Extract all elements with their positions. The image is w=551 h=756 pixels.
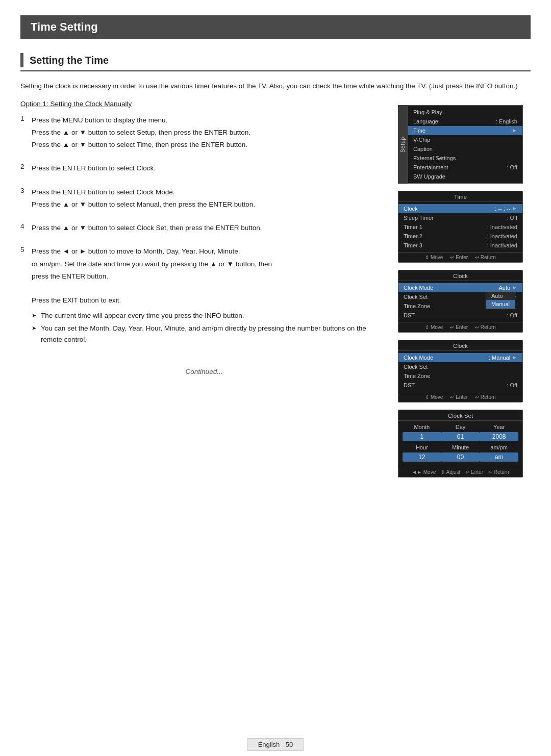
section-heading: Setting the Time [20,53,531,71]
setup-row-language: Language : English [408,117,522,126]
ampm-value: am [480,452,518,462]
minute-value: 00 [441,452,480,462]
bullet-list: The current time will appear every time … [32,310,388,345]
clock-set-top-values: 1 01 2008 [403,432,518,441]
bullet-2: You can set the Month, Day, Year, Hour, … [32,323,388,345]
clock-menu-1-title: Clock [398,270,522,281]
month-label: Month [403,424,441,430]
clock-set-footer: ◄► Move ⇕ Adjust ↵ Enter ↩ Return [398,467,522,477]
step-1: 1 Press the MENU button to display the m… [20,115,388,152]
step-3-line-2: Press the ▲ or ▼ button to select Manual… [32,199,255,210]
time-row-timer1: Timer 1 : Inactivated [398,222,522,232]
day-value: 01 [441,432,480,441]
time-row-clock: Clock : -- : -- ► [398,204,522,213]
step-5-number: 5 [20,246,32,254]
time-menu-footer: ⇕ Move ↵ Enter ↩ Return [398,252,522,262]
left-column: Option 1: Setting the Clock Manually 1 P… [20,100,398,485]
clock-menu-1: Clock Clock Mode Auto ► Auto Manual [398,270,523,333]
setup-row-external: External Settings [408,154,522,163]
step-3-text: Press the ENTER button to select Clock M… [32,187,255,212]
footer-enter-4: ↵ Enter [465,469,483,475]
footer-move-2: ⇕ Move [425,324,443,330]
step-5: 5 Press the ◄ or ► button to move to Mon… [20,246,388,347]
page-wrapper: Time Setting Setting the Time Setting th… [0,15,551,756]
setup-content: Plug & Play Language : English Time ► [408,105,523,184]
title-bar: Time Setting [20,15,531,39]
step-5-text: Press the ◄ or ► button to move to Month… [32,246,388,347]
step-4-line-1: Press the ▲ or ▼ button to select Clock … [32,222,262,234]
time-arrow: ► [512,128,517,133]
hour-value: 12 [403,452,441,462]
month-value: 1 [403,432,441,441]
clock-set-menu: Clock Set Month Day Year 1 01 2008 [398,410,523,477]
time-row-sleep: Sleep Timer : Off [398,213,522,222]
footer-adjust: ⇕ Adjust [441,469,460,475]
setup-menu-body: Plug & Play Language : English Time ► [408,106,522,183]
step-4-number: 4 [20,222,32,230]
clock-menu-2-title: Clock [398,340,522,351]
clock2-mode-arrow: ► [512,355,517,360]
step-5-exit: Press the EXIT button to exit. [32,295,388,306]
setup-row-time: Time ► [408,126,522,135]
time-menu: Time Clock : -- : -- ► Sleep Timer : Off [398,191,523,263]
clock-set-title: Clock Set [398,410,522,421]
setup-tab: Setup [398,105,408,184]
right-column: Setup Plug & Play Language : English [398,100,531,485]
step-4: 4 Press the ▲ or ▼ button to select Cloc… [20,222,388,235]
setup-row-plugplay: Plug & Play [408,108,522,117]
step-2-line-1: Press the ENTER button to select Clock. [32,163,156,174]
footer-enter-3: ↵ Enter [450,394,468,400]
clock1-row-mode: Clock Mode Auto ► Auto Manual [398,283,522,292]
step-5-line-3: press the ENTER button. [32,271,388,282]
intro-text: Setting the clock is necessary in order … [20,81,531,92]
footer-move-3: ⇕ Move [425,394,443,400]
footer-return-3: ↩ Return [475,394,496,400]
clock1-arrow: ► [512,285,517,290]
clock-set-bottom-values: 12 00 am [403,452,518,462]
clock2-row-timezone: Time Zone [398,371,522,381]
steps-list: 1 Press the MENU button to display the m… [20,115,388,347]
ampm-label: am/pm [480,444,518,450]
footer-return-4: ↩ Return [488,469,509,475]
clock2-row-dst: DST : Off [398,381,522,390]
step-2-text: Press the ENTER button to select Clock. [32,163,156,175]
clock2-row-mode: Clock Mode : Manual ► [398,353,522,362]
step-3: 3 Press the ENTER button to select Clock… [20,187,388,212]
hour-label: Hour [403,444,441,450]
step-2-number: 2 [20,163,32,170]
footer-lr-move: ◄► Move [412,469,436,475]
clock-menu-2-body: Clock Mode : Manual ► Clock Set Time Zon… [398,351,522,392]
clock-menu-2-footer: ⇕ Move ↵ Enter ↩ Return [398,392,522,402]
clock-menu-2: Clock Clock Mode : Manual ► Clock Set Ti… [398,340,523,402]
step-1-line-3: Press the ▲ or ▼ button to select Time, … [32,139,251,150]
bullet-1: The current time will appear every time … [32,310,388,321]
right-menus: Setup Plug & Play Language : English [398,105,531,485]
section-bar-decoration [20,53,23,67]
step-3-number: 3 [20,187,32,194]
step-5-line-2: or am/pm. Set the date and time you want… [32,259,388,270]
year-value: 2008 [480,432,518,441]
setup-row-caption: Caption [408,144,522,154]
option-heading: Option 1: Setting the Clock Manually [20,100,388,108]
main-content: Option 1: Setting the Clock Manually 1 P… [20,100,531,485]
setup-menu: Setup Plug & Play Language : English [398,105,523,184]
footer-enter: ↵ Enter [450,255,468,260]
step-2: 2 Press the ENTER button to select Clock… [20,163,388,175]
clock-arrow: ► [512,206,517,211]
step-1-text: Press the MENU button to display the men… [32,115,251,152]
clock-set-header-row2: Hour Minute am/pm [403,444,518,450]
step-1-line-1: Press the MENU button to display the men… [32,115,251,126]
footer-text: English - 50 [258,741,293,748]
year-label: Year [480,424,518,430]
day-label: Day [441,424,480,430]
footer-return-2: ↩ Return [475,324,496,330]
time-row-timer3: Timer 3 : Inactivated [398,241,522,250]
clock-menu-1-footer: ⇕ Move ↵ Enter ↩ Return [398,322,522,332]
clock1-row-dst: DST : Off [398,311,522,320]
step-3-line-1: Press the ENTER button to select Clock M… [32,187,255,198]
step-1-line-2: Press the ▲ or ▼ button to select Setup,… [32,127,251,138]
clock-set-body: Month Day Year 1 01 2008 Hour Minute [398,421,522,467]
footer-return: ↩ Return [475,255,496,260]
page-title: Time Setting [31,20,520,34]
time-menu-title: Time [398,191,522,202]
